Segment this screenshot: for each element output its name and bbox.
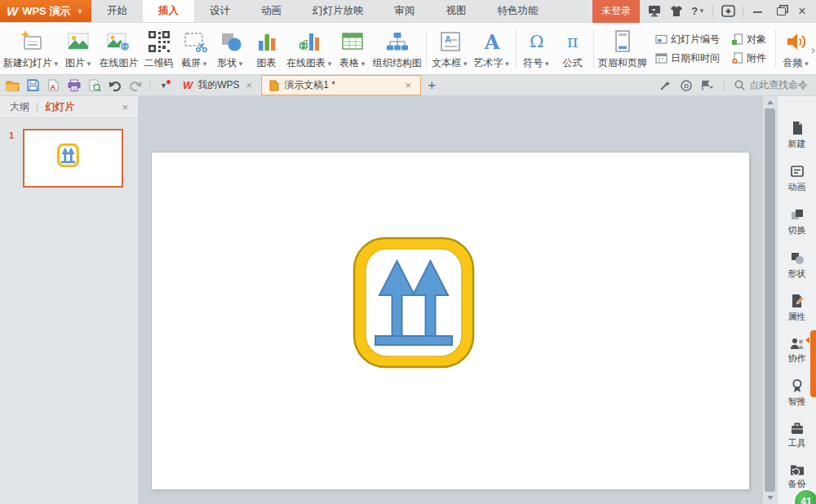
scrollbar-thumb[interactable] (765, 108, 775, 492)
slide-1[interactable] (152, 153, 749, 489)
d-badge-icon[interactable]: D (680, 79, 693, 92)
monitor-icon[interactable] (647, 4, 662, 19)
print-icon[interactable] (66, 77, 82, 93)
sidebar-item-backup[interactable]: 备份 (778, 463, 816, 490)
open-folder-icon[interactable] (5, 77, 20, 93)
ribbon-label: 图片 (65, 57, 85, 69)
customize-toolbar-caret[interactable]: ▼ (157, 80, 171, 91)
transition-icon (790, 207, 805, 222)
text-box-button[interactable]: A 文本框▼ (429, 23, 471, 74)
attachment-button[interactable]: 附件 (731, 51, 766, 65)
sidebar-item-transition[interactable]: 切换 (778, 207, 816, 237)
tab-review[interactable]: 审阅 (379, 0, 431, 22)
sidebar-item-animation[interactable]: 动画 (778, 164, 816, 193)
ribbon-label: 图表 (257, 57, 277, 69)
doc-tab-presentation1[interactable]: 演示文稿1 * × (261, 75, 421, 95)
object-icon (731, 33, 743, 46)
tab-animation[interactable]: 动画 (246, 0, 297, 22)
sidebar-item-tools[interactable]: 工具 (778, 422, 816, 449)
new-slide-icon (19, 29, 43, 55)
symbol-button[interactable]: Ω 符号▼ (519, 23, 555, 74)
shapes-button[interactable]: 形状▼ (213, 23, 249, 74)
formula-button[interactable]: π 公式 (555, 23, 591, 74)
ribbon-label: 二维码 (144, 57, 174, 69)
sidebar-item-new[interactable]: 新建 (778, 121, 816, 150)
notification-dot (166, 80, 171, 84)
thumbnail-shape-icon (57, 144, 79, 167)
close-button[interactable]: × (795, 4, 809, 19)
ribbon-label: 幻灯片编号 (671, 33, 720, 46)
doc-tab-my-wps[interactable]: W 我的WPS × (175, 75, 261, 95)
task-pane-handle[interactable] (810, 330, 816, 397)
this-side-up-shape[interactable] (353, 237, 475, 369)
online-chart-button[interactable]: 在线图表▼ (285, 23, 335, 74)
insert-small-group: 幻灯片编号 对象 日期和时间 附件 (649, 23, 773, 74)
chevron-down-icon: ▼ (360, 60, 366, 68)
tab-home[interactable]: 开始 (91, 0, 143, 22)
login-button[interactable]: 未登录 (592, 0, 640, 23)
slide-thumbnail-1[interactable] (23, 129, 123, 188)
app-menu-button[interactable]: W WPS 演示 ▼ (0, 0, 91, 22)
save-icon[interactable] (25, 77, 41, 93)
org-chart-button[interactable]: 组织结构图 (370, 23, 424, 74)
ribbon-label: 音频 (783, 57, 803, 69)
collapse-ribbon-icon[interactable] (721, 4, 735, 19)
flag-dropdown-icon[interactable] (701, 79, 714, 92)
close-icon[interactable]: × (122, 101, 128, 113)
skin-shirt-icon[interactable] (669, 4, 684, 19)
sidebar-item-properties[interactable]: 属性 (778, 294, 816, 323)
tab-view[interactable]: 视图 (431, 0, 482, 22)
new-tab-button[interactable]: + (421, 75, 442, 95)
medal-icon (790, 378, 805, 393)
document-icon (269, 80, 279, 91)
word-art-button[interactable]: A 艺术字▼ (471, 23, 512, 74)
new-slide-button[interactable]: 新建幻灯片▼ (2, 23, 60, 74)
chart-button[interactable]: 图表 (249, 23, 285, 74)
object-button[interactable]: 对象 (731, 33, 766, 46)
wand-icon[interactable] (659, 79, 672, 92)
redo-icon[interactable] (127, 77, 143, 93)
ribbon-label: 截屏 (181, 57, 201, 69)
minimize-button[interactable] (751, 4, 765, 19)
close-icon[interactable]: × (404, 79, 414, 91)
restore-button[interactable] (773, 4, 787, 19)
search-label: 点此查找命令 (749, 78, 808, 92)
chevron-down-icon: ▼ (76, 7, 83, 15)
properties-icon (790, 294, 805, 308)
table-button[interactable]: 表格▼ (335, 23, 370, 74)
date-time-button[interactable]: 日期和时间 (655, 51, 720, 65)
screenshot-button[interactable]: 截屏▼ (177, 23, 213, 74)
promo-badge[interactable]: 41 (793, 489, 816, 504)
outline-tab[interactable]: 大纲 (10, 100, 29, 114)
audio-button[interactable]: 音频▼ (778, 23, 814, 74)
slides-tab[interactable]: 幻灯片 (45, 100, 74, 114)
export-pdf-icon[interactable]: A (46, 77, 61, 93)
print-preview-icon[interactable] (86, 77, 102, 93)
qr-code-button[interactable]: 二维码 (141, 23, 177, 74)
picture-button[interactable]: 图片▼ (60, 23, 96, 74)
ribbon-more-chevron[interactable]: › (811, 42, 815, 56)
undo-icon[interactable] (107, 77, 122, 93)
header-footer-button[interactable]: 页眉和页脚 (596, 23, 649, 74)
screenshot-icon (183, 29, 207, 55)
tab-design[interactable]: 设计 (194, 0, 246, 22)
chevron-down-icon: ▼ (462, 60, 468, 68)
tab-insert[interactable]: 插入 (143, 0, 194, 22)
tab-special-features[interactable]: 特色功能 (482, 0, 554, 22)
sidebar-item-shapes[interactable]: 形状 (778, 250, 816, 280)
close-icon[interactable]: × (245, 79, 255, 91)
command-search[interactable]: 点此查找命令 (734, 78, 808, 92)
help-button[interactable]: ? ▼ (691, 5, 705, 17)
editor-canvas[interactable] (139, 96, 762, 504)
ribbon-label: 公式 (563, 57, 583, 69)
svg-text:A: A (51, 83, 56, 91)
document-tabbar: A ▼ W 我的WPS × 演示文稿1 * × + D (0, 75, 816, 96)
chevron-down-icon: ▼ (804, 60, 810, 68)
tab-slideshow[interactable]: 幻灯片放映 (297, 0, 379, 22)
scroll-up-arrow[interactable] (763, 96, 777, 108)
vertical-scrollbar[interactable] (762, 96, 777, 504)
online-picture-button[interactable]: 在线图片 (96, 23, 140, 74)
scroll-down-arrow[interactable] (763, 492, 777, 504)
slide-number-button[interactable]: 幻灯片编号 (655, 33, 720, 46)
divider (743, 6, 743, 17)
